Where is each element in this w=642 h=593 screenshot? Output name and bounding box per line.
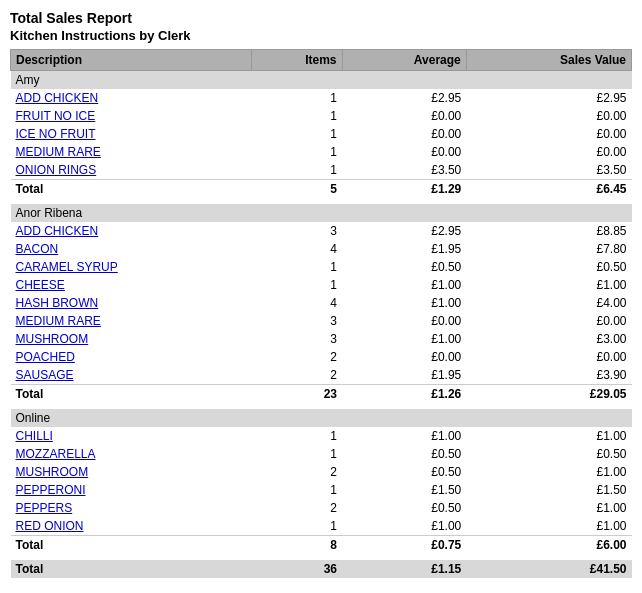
row-description-link[interactable]: ICE NO FRUIT xyxy=(16,127,96,141)
row-description-link[interactable]: PEPPERS xyxy=(16,501,73,515)
cell-value: £1.00 xyxy=(466,499,631,517)
cell-average: £1.00 xyxy=(342,276,466,294)
row-description-link[interactable]: CHILLI xyxy=(16,429,53,443)
cell-average: £2.95 xyxy=(342,89,466,107)
table-row: MUSHROOM 3 £1.00 £3.00 xyxy=(11,330,632,348)
cell-description: MEDIUM RARE xyxy=(11,143,252,161)
table-row: SAUSAGE 2 £1.95 £3.90 xyxy=(11,366,632,385)
cell-description: ADD CHICKEN xyxy=(11,222,252,240)
cell-value: £8.85 xyxy=(466,222,631,240)
cell-average: £0.50 xyxy=(342,258,466,276)
cell-items: 2 xyxy=(251,499,342,517)
row-description-link[interactable]: PEPPERONI xyxy=(16,483,86,497)
cell-items: 3 xyxy=(251,222,342,240)
table-row: ADD CHICKEN 1 £2.95 £2.95 xyxy=(11,89,632,107)
cell-average: £0.50 xyxy=(342,445,466,463)
table-row: FRUIT NO ICE 1 £0.00 £0.00 xyxy=(11,107,632,125)
cell-description: HASH BROWN xyxy=(11,294,252,312)
cell-description: MEDIUM RARE xyxy=(11,312,252,330)
grand-total-items: 36 xyxy=(251,560,342,578)
table-header: Description Items Average Sales Value xyxy=(11,50,632,71)
row-description-link[interactable]: MOZZARELLA xyxy=(16,447,96,461)
cell-average: £1.00 xyxy=(342,517,466,536)
row-description-link[interactable]: BACON xyxy=(16,242,59,256)
row-description-link[interactable]: MEDIUM RARE xyxy=(16,314,101,328)
grand-total-avg: £1.15 xyxy=(342,560,466,578)
cell-items: 1 xyxy=(251,445,342,463)
cell-value: £3.90 xyxy=(466,366,631,385)
cell-value: £1.00 xyxy=(466,517,631,536)
cell-items: 4 xyxy=(251,240,342,258)
table-row: CHEESE 1 £1.00 £1.00 xyxy=(11,276,632,294)
cell-average: £0.00 xyxy=(342,107,466,125)
cell-value: £0.50 xyxy=(466,445,631,463)
cell-description: PEPPERONI xyxy=(11,481,252,499)
col-items: Items xyxy=(251,50,342,71)
total-value: £6.00 xyxy=(466,536,631,555)
grand-total-label: Total xyxy=(11,560,252,578)
cell-average: £0.00 xyxy=(342,125,466,143)
total-avg: £0.75 xyxy=(342,536,466,555)
cell-description: PEPPERS xyxy=(11,499,252,517)
grand-total-row: Total 36 £1.15 £41.50 xyxy=(11,560,632,578)
cell-items: 1 xyxy=(251,276,342,294)
row-description-link[interactable]: ADD CHICKEN xyxy=(16,91,99,105)
cell-description: CHEESE xyxy=(11,276,252,294)
table-row: MEDIUM RARE 3 £0.00 £0.00 xyxy=(11,312,632,330)
row-description-link[interactable]: RED ONION xyxy=(16,519,84,533)
row-description-link[interactable]: SAUSAGE xyxy=(16,368,74,382)
row-description-link[interactable]: ADD CHICKEN xyxy=(16,224,99,238)
cell-average: £0.50 xyxy=(342,463,466,481)
row-description-link[interactable]: ONION RINGS xyxy=(16,163,97,177)
cell-items: 1 xyxy=(251,258,342,276)
row-description-link[interactable]: HASH BROWN xyxy=(16,296,99,310)
cell-description: ICE NO FRUIT xyxy=(11,125,252,143)
cell-items: 2 xyxy=(251,348,342,366)
table-row: MEDIUM RARE 1 £0.00 £0.00 xyxy=(11,143,632,161)
row-description-link[interactable]: MEDIUM RARE xyxy=(16,145,101,159)
row-description-link[interactable]: POACHED xyxy=(16,350,75,364)
row-description-link[interactable]: MUSHROOM xyxy=(16,465,89,479)
row-description-link[interactable]: MUSHROOM xyxy=(16,332,89,346)
col-average: Average xyxy=(342,50,466,71)
row-description-link[interactable]: FRUIT NO ICE xyxy=(16,109,96,123)
table-row: PEPPERS 2 £0.50 £1.00 xyxy=(11,499,632,517)
cell-description: POACHED xyxy=(11,348,252,366)
cell-value: £0.50 xyxy=(466,258,631,276)
report-title: Total Sales Report xyxy=(10,10,632,26)
cell-description: MUSHROOM xyxy=(11,330,252,348)
clerk-total-row: Total 5 £1.29 £6.45 xyxy=(11,180,632,199)
cell-items: 3 xyxy=(251,330,342,348)
table-row: ADD CHICKEN 3 £2.95 £8.85 xyxy=(11,222,632,240)
cell-value: £3.00 xyxy=(466,330,631,348)
cell-average: £1.00 xyxy=(342,330,466,348)
total-avg: £1.29 xyxy=(342,180,466,199)
cell-items: 1 xyxy=(251,89,342,107)
cell-average: £0.00 xyxy=(342,143,466,161)
clerk-header: Online xyxy=(11,409,632,427)
table-row: MOZZARELLA 1 £0.50 £0.50 xyxy=(11,445,632,463)
total-label: Total xyxy=(11,536,252,555)
cell-average: £0.00 xyxy=(342,348,466,366)
cell-description: SAUSAGE xyxy=(11,366,252,385)
table-row: RED ONION 1 £1.00 £1.00 xyxy=(11,517,632,536)
cell-value: £0.00 xyxy=(466,143,631,161)
cell-average: £1.95 xyxy=(342,366,466,385)
cell-average: £1.95 xyxy=(342,240,466,258)
cell-description: BACON xyxy=(11,240,252,258)
cell-average: £3.50 xyxy=(342,161,466,180)
cell-average: £1.50 xyxy=(342,481,466,499)
row-description-link[interactable]: CHEESE xyxy=(16,278,65,292)
table-row: MUSHROOM 2 £0.50 £1.00 xyxy=(11,463,632,481)
table-row: HASH BROWN 4 £1.00 £4.00 xyxy=(11,294,632,312)
total-value: £6.45 xyxy=(466,180,631,199)
cell-value: £4.00 xyxy=(466,294,631,312)
cell-items: 2 xyxy=(251,366,342,385)
table-row: POACHED 2 £0.00 £0.00 xyxy=(11,348,632,366)
cell-items: 1 xyxy=(251,517,342,536)
row-description-link[interactable]: CARAMEL SYRUP xyxy=(16,260,118,274)
table-row: CARAMEL SYRUP 1 £0.50 £0.50 xyxy=(11,258,632,276)
total-items: 8 xyxy=(251,536,342,555)
col-sales-value: Sales Value xyxy=(466,50,631,71)
table-row: ICE NO FRUIT 1 £0.00 £0.00 xyxy=(11,125,632,143)
